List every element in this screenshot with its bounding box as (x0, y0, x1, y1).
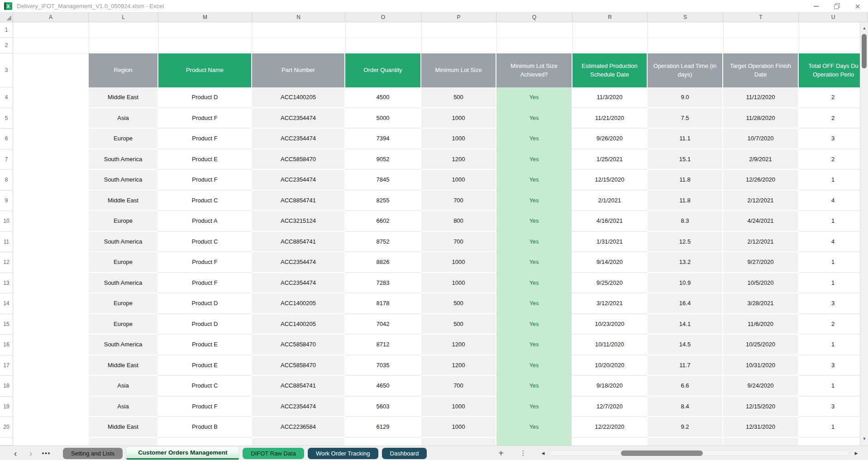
table-cell[interactable]: 2/9/2021 (723, 149, 799, 170)
table-cell[interactable]: Yes (496, 293, 572, 314)
table-cell[interactable]: 9/14/2020 (572, 252, 648, 273)
table-cell[interactable]: 10/31/2020 (723, 355, 799, 376)
column-header[interactable]: S (648, 13, 723, 22)
table-cell[interactable]: 4/16/2021 (572, 211, 648, 232)
table-cell[interactable]: 1 (799, 170, 868, 191)
sheet-tab-dashboard[interactable]: Dashboard (382, 448, 427, 459)
kebab-menu-icon[interactable]: ⋮ (518, 447, 529, 460)
table-cell[interactable]: Yes (496, 335, 572, 355)
table-cell[interactable]: 7283 (345, 273, 421, 294)
table-cell[interactable]: 15.1 (648, 149, 723, 170)
table-cell[interactable]: 9/24/2020 (723, 376, 799, 397)
table-cell[interactable]: Yes (496, 376, 572, 397)
table-cell[interactable]: 2 (799, 314, 868, 335)
table-header-cell[interactable]: Order Quantity (345, 53, 421, 87)
table-cell[interactable]: 11.8 (648, 170, 723, 191)
table-cell[interactable]: Product D (158, 314, 252, 335)
table-cell[interactable]: 12/7/2020 (572, 397, 648, 417)
table-cell[interactable]: Yes (496, 355, 572, 376)
table-cell[interactable]: ACC8854741 (252, 191, 345, 211)
new-sheet-button[interactable]: + (495, 447, 507, 460)
table-cell[interactable]: 8.3 (648, 211, 723, 232)
table-cell[interactable]: 9052 (345, 149, 421, 170)
table-cell[interactable]: 1000 (421, 252, 496, 273)
table-cell[interactable]: 7.5 (648, 108, 723, 129)
table-cell[interactable]: Yes (496, 232, 572, 253)
table-cell[interactable]: ACC8854741 (252, 232, 345, 253)
table-cell[interactable]: Product A (158, 211, 252, 232)
table-cell[interactable]: 1200 (421, 335, 496, 355)
table-cell[interactable]: 1000 (421, 417, 496, 438)
table-cell[interactable]: 12/26/2020 (723, 170, 799, 191)
table-cell[interactable]: 11.1 (648, 129, 723, 149)
table-cell[interactable]: 8826 (345, 252, 421, 273)
table-cell[interactable]: 2/1/2021 (572, 191, 648, 211)
table-cell[interactable]: 4500 (345, 87, 421, 108)
sheet-tab-customer-orders-management[interactable]: Customer Orders Management (126, 447, 239, 460)
table-cell[interactable]: Europe (89, 211, 158, 232)
table-cell[interactable]: ACC2354474 (252, 273, 345, 294)
table-cell[interactable]: Product F (158, 397, 252, 417)
table-cell[interactable]: 12/15/2020 (723, 397, 799, 417)
table-cell[interactable]: 10/23/2020 (572, 314, 648, 335)
table-cell[interactable]: 1000 (421, 170, 496, 191)
table-cell[interactable]: Product E (158, 149, 252, 170)
table-cell[interactable]: 14.5 (648, 335, 723, 355)
table-cell[interactable]: Yes (496, 314, 572, 335)
table-cell[interactable]: ACC1400205 (252, 314, 345, 335)
table-cell[interactable]: 1 (799, 252, 868, 273)
table-cell[interactable]: ACC5858470 (252, 335, 345, 355)
table-cell[interactable]: 1/25/2021 (572, 149, 648, 170)
table-cell[interactable]: Product C (158, 232, 252, 253)
table-cell[interactable]: Product E (158, 335, 252, 355)
table-cell[interactable]: 9.2 (648, 417, 723, 438)
table-cell[interactable]: 10/5/2020 (723, 273, 799, 294)
column-header[interactable]: U (799, 13, 868, 22)
table-cell[interactable]: ACC5858470 (252, 355, 345, 376)
table-cell[interactable]: 16.4 (648, 293, 723, 314)
table-cell[interactable]: 11/28/2020 (723, 108, 799, 129)
table-cell[interactable]: 1 (799, 273, 868, 294)
table-cell[interactable]: Yes (496, 273, 572, 294)
table-cell[interactable]: 11.8 (648, 191, 723, 211)
table-cell[interactable]: 8.4 (648, 397, 723, 417)
table-cell[interactable]: 10/20/2020 (572, 355, 648, 376)
horizontal-scrollbar-thumb[interactable] (621, 450, 703, 456)
table-cell[interactable]: Yes (496, 87, 572, 108)
row-header[interactable]: 15 (0, 314, 13, 335)
table-cell[interactable]: 1200 (421, 355, 496, 376)
row-header[interactable]: 20 (0, 417, 13, 438)
table-cell[interactable]: 10/25/2020 (723, 335, 799, 355)
table-cell[interactable]: 1/13/2021 (572, 438, 648, 446)
table-cell[interactable]: ACC3215124 (252, 438, 345, 446)
table-cell[interactable]: Yes (496, 149, 572, 170)
table-cell[interactable]: ACC2354474 (252, 397, 345, 417)
table-cell[interactable]: Asia (89, 397, 158, 417)
column-header[interactable]: R (572, 13, 648, 22)
column-header[interactable]: Q (496, 13, 572, 22)
table-cell[interactable]: 6.6 (648, 376, 723, 397)
table-cell[interactable]: 12/15/2020 (572, 170, 648, 191)
table-cell[interactable]: 5986 (345, 438, 421, 446)
table-cell[interactable]: Product B (158, 417, 252, 438)
sheet-tab-difot-raw-data[interactable]: DIFOT Raw Data (243, 448, 304, 459)
table-cell[interactable]: Middle East (89, 417, 158, 438)
table-cell[interactable]: Yes (496, 170, 572, 191)
restore-button[interactable] (826, 0, 847, 12)
table-cell[interactable]: 700 (421, 376, 496, 397)
column-header[interactable]: M (158, 13, 252, 22)
table-cell[interactable]: 7845 (345, 170, 421, 191)
table-cell[interactable]: 8178 (345, 293, 421, 314)
table-cell[interactable]: Asia (89, 376, 158, 397)
sheet-tab-work-order-tracking[interactable]: Work Order Tracking (308, 448, 378, 459)
more-sheets-button[interactable]: ●●● (40, 447, 52, 460)
table-cell[interactable]: 9.0 (648, 87, 723, 108)
minimize-button[interactable] (806, 0, 826, 12)
table-cell[interactable]: Product F (158, 252, 252, 273)
table-cell[interactable]: 9/27/2020 (723, 252, 799, 273)
column-header[interactable]: N (252, 13, 345, 22)
table-cell[interactable]: Product F (158, 170, 252, 191)
vertical-scrollbar[interactable]: ▲ ▼ (860, 22, 868, 446)
table-cell[interactable]: Europe (89, 252, 158, 273)
table-cell[interactable]: Yes (496, 211, 572, 232)
